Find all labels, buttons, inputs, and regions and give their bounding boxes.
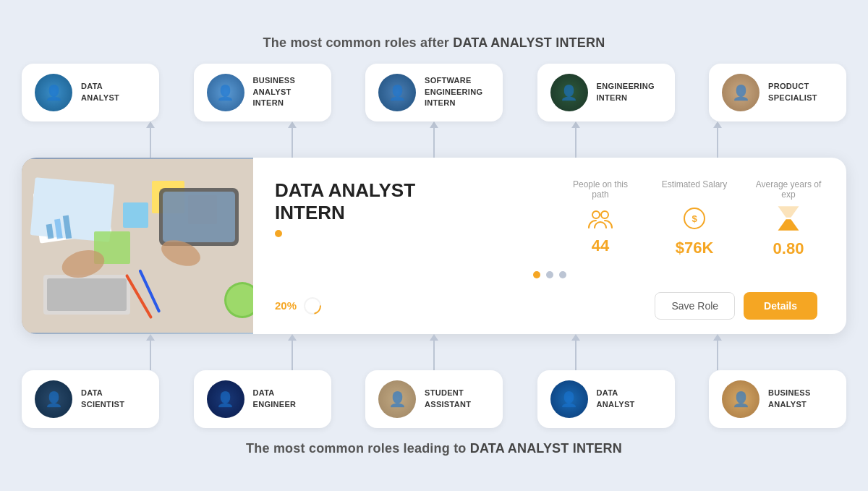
- role-card-business-analyst-intern[interactable]: 👤BUSINESS ANALYST INTERN: [194, 64, 331, 121]
- role-label-business-analyst-intern: BUSINESS ANALYST INTERN: [253, 75, 296, 108]
- connector-3: [575, 334, 576, 370]
- exp-icon: [778, 205, 799, 236]
- main-card: DATA ANALYST INTERN People on this path …: [22, 158, 846, 334]
- page-wrapper: The most common roles after DATA ANALYST…: [0, 21, 868, 471]
- exp-stat: 0.80: [752, 205, 825, 258]
- avatar-data-analyst-bottom: 👤: [550, 380, 588, 418]
- progress-circle-icon: [302, 296, 323, 316]
- top-title-prefix: The most common roles after: [263, 35, 454, 50]
- role-card-software-eng-intern[interactable]: 👤SOFTWARE ENGINEERING INTERN: [365, 64, 503, 121]
- top-roles-row: 👤DATA ANALYST👤BUSINESS ANALYST INTERN👤SO…: [22, 64, 846, 121]
- role-card-data-analyst-bottom[interactable]: 👤DATA ANALYST: [537, 370, 675, 428]
- exp-label: Average years of exp: [752, 179, 825, 200]
- avatar-data-scientist: 👤: [35, 380, 72, 418]
- role-card-student-assistant[interactable]: 👤STUDENT ASSISTANT: [365, 370, 503, 428]
- connector-3: [575, 121, 576, 158]
- avatar-data-engineer: 👤: [207, 380, 244, 418]
- role-label-data-analyst-top: DATA ANALYST: [81, 81, 119, 103]
- connector-2: [433, 121, 435, 158]
- svg-point-23: [601, 211, 608, 218]
- bottom-roles-row: 👤DATA SCIENTIST👤DATA ENGINEER👤STUDENT AS…: [22, 370, 846, 428]
- connector-4: [717, 334, 718, 370]
- role-label-engineering-intern: ENGINEERING INTERN: [597, 81, 655, 103]
- bottom-section-title: The most common roles leading to DATA AN…: [22, 441, 846, 456]
- connector-1: [292, 121, 293, 158]
- people-label: People on this path: [564, 179, 637, 200]
- role-label-product-specialist: PRODUCT SPECIALIST: [768, 81, 817, 103]
- bottom-title-highlight: DATA ANALYST INTERN: [470, 441, 622, 456]
- orange-dot: [275, 230, 282, 237]
- svg-rect-10: [163, 192, 235, 242]
- main-card-title-section: DATA ANALYST INTERN: [275, 179, 415, 237]
- dot-1[interactable]: [533, 271, 540, 278]
- action-row: 20% Save Role Details: [275, 292, 825, 320]
- svg-rect-7: [123, 202, 148, 228]
- role-card-product-specialist[interactable]: 👤PRODUCT SPECIALIST: [709, 64, 846, 121]
- progress-area: 20%: [275, 296, 323, 316]
- role-label-data-engineer: DATA ENGINEER: [253, 388, 297, 410]
- dot-2[interactable]: [546, 271, 553, 278]
- button-row: Save Role Details: [655, 292, 817, 320]
- details-button[interactable]: Details: [744, 292, 817, 320]
- role-card-data-engineer[interactable]: 👤DATA ENGINEER: [194, 370, 331, 428]
- svg-text:$: $: [692, 213, 697, 224]
- connectors-top: [22, 121, 846, 158]
- pagination-dots: [275, 271, 825, 278]
- avatar-business-analyst-intern: 👤: [207, 74, 244, 111]
- role-card-data-scientist[interactable]: 👤DATA SCIENTIST: [22, 370, 159, 428]
- avatar-business-analyst: 👤: [722, 380, 760, 418]
- bottom-title-prefix: The most common roles leading to: [246, 441, 470, 456]
- role-card-business-analyst[interactable]: 👤BUSINESS ANALYST: [709, 370, 846, 428]
- avatar-student-assistant: 👤: [378, 380, 416, 418]
- avatar-product-specialist: 👤: [722, 74, 760, 111]
- salary-icon: $: [682, 206, 707, 236]
- avatar-engineering-intern: 👤: [550, 74, 588, 111]
- role-label-data-scientist: DATA SCIENTIST: [81, 388, 124, 410]
- main-card-content: DATA ANALYST INTERN People on this path …: [253, 158, 846, 334]
- salary-value: $76K: [676, 239, 714, 257]
- avatar-software-eng-intern: 👤: [378, 74, 416, 111]
- connectors-bottom: [22, 334, 846, 370]
- connector-0: [150, 121, 151, 158]
- connector-4: [717, 121, 718, 158]
- role-label-software-eng-intern: SOFTWARE ENGINEERING INTERN: [425, 75, 482, 108]
- dot-3[interactable]: [559, 271, 566, 278]
- role-card-engineering-intern[interactable]: 👤ENGINEERING INTERN: [537, 64, 675, 121]
- people-icon: [587, 208, 613, 234]
- people-value: 44: [592, 236, 609, 255]
- salary-label: Estimated Salary: [658, 179, 731, 200]
- role-label-business-analyst: BUSINESS ANALYST: [768, 388, 811, 410]
- exp-value: 0.80: [773, 239, 804, 258]
- role-label-student-assistant: STUDENT ASSISTANT: [425, 388, 471, 410]
- connector-1: [292, 334, 293, 370]
- save-role-button[interactable]: Save Role: [655, 292, 735, 320]
- main-card-image: [22, 158, 253, 334]
- top-title-highlight: DATA ANALYST INTERN: [453, 35, 605, 50]
- role-card-data-analyst-top[interactable]: 👤DATA ANALYST: [22, 64, 159, 121]
- svg-point-22: [592, 211, 600, 218]
- connector-0: [150, 334, 151, 370]
- connector-2: [433, 334, 435, 370]
- avatar-data-analyst-top: 👤: [35, 74, 72, 111]
- role-label-data-analyst-bottom: DATA ANALYST: [597, 388, 635, 410]
- top-section-title: The most common roles after DATA ANALYST…: [22, 35, 846, 51]
- progress-text: 20%: [275, 299, 297, 312]
- svg-rect-12: [47, 278, 127, 311]
- salary-stat: $ $76K: [658, 206, 731, 257]
- main-card-role-title: DATA ANALYST INTERN: [275, 179, 415, 224]
- people-stat: 44: [564, 208, 637, 255]
